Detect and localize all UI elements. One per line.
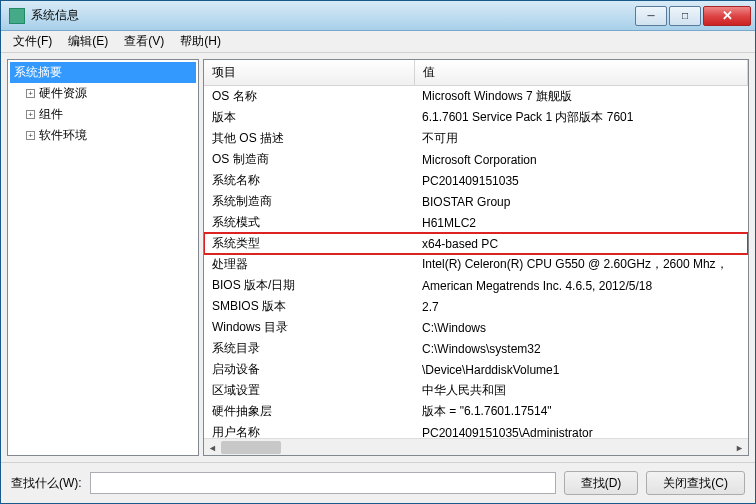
cell-value: BIOSTAR Group	[414, 191, 748, 212]
scroll-left-icon[interactable]: ◄	[204, 439, 221, 456]
table-row[interactable]: 系统模式H61MLC2	[204, 212, 748, 233]
table-row[interactable]: 系统名称PC201409151035	[204, 170, 748, 191]
cell-item: 用户名称	[204, 422, 414, 438]
tree-item-software-env[interactable]: + 软件环境	[10, 125, 196, 146]
expand-icon[interactable]: +	[26, 110, 35, 119]
table-row[interactable]: OS 制造商Microsoft Corporation	[204, 149, 748, 170]
cell-item: Windows 目录	[204, 317, 414, 338]
table-row[interactable]: SMBIOS 版本2.7	[204, 296, 748, 317]
column-header-value[interactable]: 值	[414, 60, 748, 86]
cell-value: 版本 = "6.1.7601.17514"	[414, 401, 748, 422]
cell-item: BIOS 版本/日期	[204, 275, 414, 296]
cell-value: PC201409151035\Administrator	[414, 422, 748, 438]
cell-item: 处理器	[204, 254, 414, 275]
cell-value: PC201409151035	[414, 170, 748, 191]
menubar: 文件(F) 编辑(E) 查看(V) 帮助(H)	[1, 31, 755, 53]
table-row[interactable]: 系统制造商BIOSTAR Group	[204, 191, 748, 212]
cell-item: OS 名称	[204, 86, 414, 108]
find-bar: 查找什么(W): 查找(D) 关闭查找(C)	[1, 462, 755, 503]
tree-item-components[interactable]: + 组件	[10, 104, 196, 125]
tree-item-hardware[interactable]: + 硬件资源	[10, 83, 196, 104]
window-control-buttons: ─ □ ✕	[633, 6, 751, 26]
tree-item-label: 系统摘要	[14, 64, 62, 81]
table-row[interactable]: 系统类型x64-based PC	[204, 233, 748, 254]
cell-item: 系统模式	[204, 212, 414, 233]
category-tree: 系统摘要 + 硬件资源 + 组件 + 软件环境	[8, 60, 198, 148]
system-info-window: 系统信息 ─ □ ✕ 文件(F) 编辑(E) 查看(V) 帮助(H) 系统摘要 …	[0, 0, 756, 504]
table-row[interactable]: 硬件抽象层版本 = "6.1.7601.17514"	[204, 401, 748, 422]
table-row[interactable]: 区域设置中华人民共和国	[204, 380, 748, 401]
menu-view[interactable]: 查看(V)	[116, 31, 172, 52]
table-row[interactable]: 启动设备\Device\HarddiskVolume1	[204, 359, 748, 380]
cell-value: Intel(R) Celeron(R) CPU G550 @ 2.60GHz，2…	[414, 254, 748, 275]
maximize-button[interactable]: □	[669, 6, 701, 26]
cell-value: 不可用	[414, 128, 748, 149]
tree-item-label: 硬件资源	[39, 85, 87, 102]
tree-item-label: 组件	[39, 106, 63, 123]
expand-icon[interactable]: +	[26, 89, 35, 98]
cell-item: 系统目录	[204, 338, 414, 359]
close-button[interactable]: ✕	[703, 6, 751, 26]
cell-value: H61MLC2	[414, 212, 748, 233]
cell-value: 中华人民共和国	[414, 380, 748, 401]
find-label: 查找什么(W):	[11, 475, 82, 492]
cell-value: x64-based PC	[414, 233, 748, 254]
details-table-wrap[interactable]: 项目 值 OS 名称Microsoft Windows 7 旗舰版版本6.1.7…	[204, 60, 748, 438]
table-row[interactable]: Windows 目录C:\Windows	[204, 317, 748, 338]
close-find-button[interactable]: 关闭查找(C)	[646, 471, 745, 495]
cell-value: American Megatrends Inc. 4.6.5, 2012/5/1…	[414, 275, 748, 296]
horizontal-scrollbar[interactable]: ◄ ►	[204, 438, 748, 455]
cell-item: 系统制造商	[204, 191, 414, 212]
table-row[interactable]: 版本6.1.7601 Service Pack 1 内部版本 7601	[204, 107, 748, 128]
cell-item: 区域设置	[204, 380, 414, 401]
cell-value: 2.7	[414, 296, 748, 317]
cell-value: C:\Windows\system32	[414, 338, 748, 359]
titlebar[interactable]: 系统信息 ─ □ ✕	[1, 1, 755, 31]
tree-item-label: 软件环境	[39, 127, 87, 144]
cell-item: 硬件抽象层	[204, 401, 414, 422]
tree-root-system-summary[interactable]: 系统摘要	[10, 62, 196, 83]
app-icon	[9, 8, 25, 24]
cell-item: 系统名称	[204, 170, 414, 191]
menu-file[interactable]: 文件(F)	[5, 31, 60, 52]
minimize-button[interactable]: ─	[635, 6, 667, 26]
cell-value: 6.1.7601 Service Pack 1 内部版本 7601	[414, 107, 748, 128]
cell-item: 启动设备	[204, 359, 414, 380]
cell-item: SMBIOS 版本	[204, 296, 414, 317]
cell-value: C:\Windows	[414, 317, 748, 338]
menu-edit[interactable]: 编辑(E)	[60, 31, 116, 52]
details-panel: 项目 值 OS 名称Microsoft Windows 7 旗舰版版本6.1.7…	[203, 59, 749, 456]
cell-item: 系统类型	[204, 233, 414, 254]
cell-item: 其他 OS 描述	[204, 128, 414, 149]
cell-item: 版本	[204, 107, 414, 128]
table-row[interactable]: OS 名称Microsoft Windows 7 旗舰版	[204, 86, 748, 108]
cell-item: OS 制造商	[204, 149, 414, 170]
scroll-right-icon[interactable]: ►	[731, 439, 748, 456]
window-title: 系统信息	[31, 7, 633, 24]
column-header-item[interactable]: 项目	[204, 60, 414, 86]
cell-value: Microsoft Windows 7 旗舰版	[414, 86, 748, 108]
menu-help[interactable]: 帮助(H)	[172, 31, 229, 52]
table-row[interactable]: 系统目录C:\Windows\system32	[204, 338, 748, 359]
category-tree-panel: 系统摘要 + 硬件资源 + 组件 + 软件环境	[7, 59, 199, 456]
table-row[interactable]: 处理器Intel(R) Celeron(R) CPU G550 @ 2.60GH…	[204, 254, 748, 275]
table-row[interactable]: BIOS 版本/日期American Megatrends Inc. 4.6.5…	[204, 275, 748, 296]
table-row[interactable]: 其他 OS 描述不可用	[204, 128, 748, 149]
details-table: 项目 值 OS 名称Microsoft Windows 7 旗舰版版本6.1.7…	[204, 60, 748, 438]
cell-value: \Device\HarddiskVolume1	[414, 359, 748, 380]
expand-icon[interactable]: +	[26, 131, 35, 140]
find-input[interactable]	[90, 472, 556, 494]
cell-value: Microsoft Corporation	[414, 149, 748, 170]
content-area: 系统摘要 + 硬件资源 + 组件 + 软件环境	[1, 53, 755, 462]
table-row[interactable]: 用户名称PC201409151035\Administrator	[204, 422, 748, 438]
find-button[interactable]: 查找(D)	[564, 471, 639, 495]
